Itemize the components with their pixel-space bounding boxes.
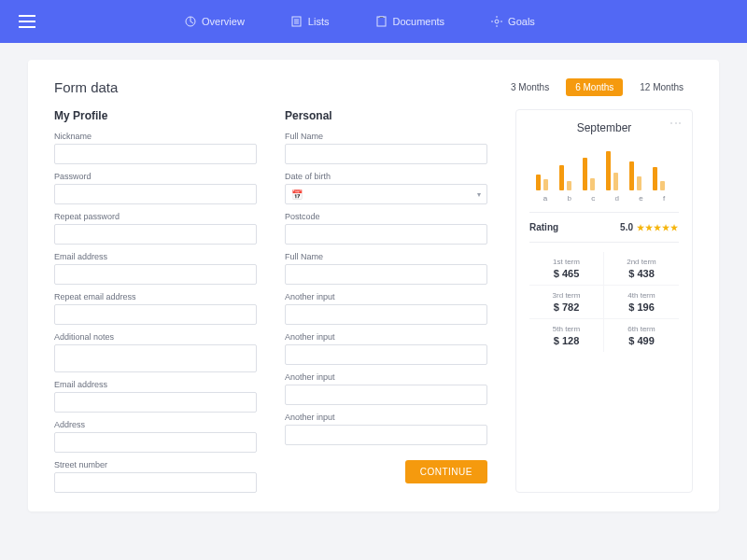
range-selector: 3 Months6 Months12 Months xyxy=(501,78,693,96)
nickname-input[interactable] xyxy=(54,144,257,164)
side-top: ⋮ September abcdef xyxy=(529,121,679,203)
hamburger-icon[interactable] xyxy=(19,15,35,28)
rating-row: Rating 5.0 ★★★★★ xyxy=(529,212,679,243)
term-label: 1st term xyxy=(529,258,603,266)
main-card: Form data 3 Months6 Months12 Months My P… xyxy=(28,60,719,511)
nav-documents[interactable]: Documents xyxy=(375,16,444,27)
another1-label: Another input xyxy=(285,292,487,301)
side-title: September xyxy=(529,121,679,134)
term-label: 5th term xyxy=(529,325,603,333)
term-cell: 2nd term$ 438 xyxy=(604,252,679,286)
postcode-input[interactable] xyxy=(285,224,487,245)
chevron-down-icon: ▾ xyxy=(477,190,481,199)
chart-bar xyxy=(590,178,595,190)
chart-xlabel: b xyxy=(567,194,571,203)
terms-grid: 1st term$ 4652nd term$ 4383rd term$ 7824… xyxy=(529,252,679,352)
email2-input[interactable] xyxy=(54,392,257,413)
chart-xlabel: a xyxy=(543,194,547,203)
card-header: Form data 3 Months6 Months12 Months xyxy=(54,78,693,96)
content: Form data 3 Months6 Months12 Months My P… xyxy=(0,43,747,511)
term-label: 4th term xyxy=(604,291,679,300)
term-value: $ 438 xyxy=(604,268,679,279)
nav-goals[interactable]: Goals xyxy=(491,16,535,27)
range-6-months[interactable]: 6 Months xyxy=(566,78,623,96)
nickname-label: Nickname xyxy=(54,132,257,141)
term-value: $ 499 xyxy=(604,335,679,346)
notes-input[interactable] xyxy=(54,344,257,372)
chart-bar xyxy=(629,161,634,190)
chart-bar xyxy=(660,181,665,190)
term-cell: 3rd term$ 782 xyxy=(529,286,604,319)
chart-bar xyxy=(543,179,548,190)
profile-title: My Profile xyxy=(54,109,257,122)
chart-bar xyxy=(583,158,587,190)
side-panel: ⋮ September abcdef Rating 5.0 ★★★★★ 1st … xyxy=(515,109,693,493)
term-cell: 1st term$ 465 xyxy=(529,252,604,286)
calendar-icon: 📅 xyxy=(291,189,303,200)
chart-bar xyxy=(567,181,571,190)
another2-input[interactable] xyxy=(285,344,487,365)
chart-bar xyxy=(637,176,641,190)
fullname2-input[interactable] xyxy=(285,264,487,285)
range-12-months[interactable]: 12 Months xyxy=(630,78,693,96)
another3-input[interactable] xyxy=(285,385,487,405)
range-3-months[interactable]: 3 Months xyxy=(501,78,558,96)
chart-bar xyxy=(536,175,541,190)
address-input[interactable] xyxy=(54,432,257,453)
another4-input[interactable] xyxy=(285,425,487,445)
notes-label: Additional notes xyxy=(54,332,257,342)
documents-icon xyxy=(375,16,387,27)
term-value: $ 128 xyxy=(529,335,603,346)
nav-label: Overview xyxy=(202,16,245,27)
street-input[interactable] xyxy=(54,472,257,493)
repeat-email-label: Repeat email address xyxy=(54,292,257,301)
profile-column: My Profile Nickname Password Repeat pass… xyxy=(54,109,257,493)
nav-overview[interactable]: Overview xyxy=(185,16,245,27)
chart-bar xyxy=(606,151,611,190)
term-cell: 6th term$ 499 xyxy=(604,319,679,352)
lists-icon xyxy=(291,16,303,27)
term-value: $ 782 xyxy=(529,301,603,313)
nav-label: Lists xyxy=(308,16,330,27)
another3-label: Another input xyxy=(285,372,487,382)
fullname-input[interactable] xyxy=(285,144,487,164)
chart-xlabel: f xyxy=(663,194,665,203)
rating-label: Rating xyxy=(529,222,558,232)
term-label: 6th term xyxy=(604,325,679,333)
chart-xlabels: abcdef xyxy=(529,194,679,203)
another1-input[interactable] xyxy=(285,304,487,325)
form-layout: My Profile Nickname Password Repeat pass… xyxy=(54,109,693,493)
repeat-password-input[interactable] xyxy=(54,224,257,245)
email-input[interactable] xyxy=(54,264,257,285)
chart-bar xyxy=(653,167,657,190)
chart-bar xyxy=(559,165,564,190)
postcode-label: Postcode xyxy=(285,212,487,221)
nav-lists[interactable]: Lists xyxy=(291,16,330,27)
top-nav: Overview Lists Documents Goals xyxy=(185,16,535,27)
chart-xlabel: e xyxy=(639,194,642,203)
repeat-email-input[interactable] xyxy=(54,304,257,325)
term-cell: 4th term$ 196 xyxy=(604,286,679,319)
chart-bar xyxy=(613,173,618,190)
nav-label: Documents xyxy=(392,16,444,27)
fullname-label: Full Name xyxy=(285,132,487,141)
more-icon[interactable]: ⋮ xyxy=(669,118,683,128)
page-title: Form data xyxy=(54,79,118,95)
term-value: $ 465 xyxy=(529,268,603,279)
fullname2-label: Full Name xyxy=(285,252,487,261)
dob-input[interactable]: 📅 ▾ xyxy=(285,184,487,204)
term-label: 3rd term xyxy=(529,291,603,300)
chart-xlabel: d xyxy=(615,194,619,203)
goals-icon xyxy=(491,16,502,27)
street-label: Street number xyxy=(54,460,257,469)
password-label: Password xyxy=(54,172,257,181)
password-input[interactable] xyxy=(54,184,257,204)
term-value: $ 196 xyxy=(604,301,679,313)
term-label: 2nd term xyxy=(604,258,679,266)
rating-value: 5.0 ★★★★★ xyxy=(620,222,679,232)
topbar: Overview Lists Documents Goals xyxy=(0,0,747,43)
email2-label: Email address xyxy=(54,380,257,389)
nav-label: Goals xyxy=(508,16,535,27)
another2-label: Another input xyxy=(285,332,487,342)
continue-button[interactable]: CONTINUE xyxy=(405,460,487,483)
